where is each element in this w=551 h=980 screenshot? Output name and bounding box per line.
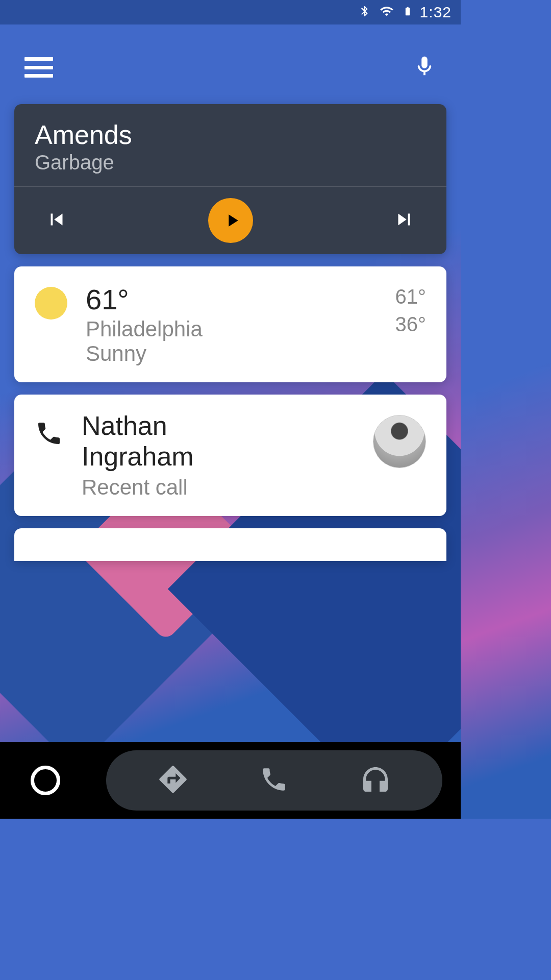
bluetooth-icon (359, 3, 371, 22)
menu-button[interactable] (24, 57, 53, 78)
previous-button[interactable] (45, 208, 68, 233)
media-artist: Garbage (35, 151, 426, 174)
contact-avatar (373, 415, 426, 468)
weather-low: 36° (395, 310, 427, 338)
call-main: Nathan Ingraham Recent call (82, 411, 355, 500)
recent-call-card[interactable]: Nathan Ingraham Recent call (14, 395, 446, 516)
call-label: Recent call (82, 475, 355, 500)
weather-location: Philadelphia (86, 317, 377, 341)
battery-icon (403, 3, 413, 21)
nav-phone-button[interactable] (259, 765, 289, 796)
nav-pill (106, 750, 442, 811)
voice-button[interactable] (413, 51, 436, 84)
wifi-icon (378, 4, 395, 20)
next-button[interactable] (392, 208, 416, 233)
app-header (0, 24, 461, 104)
phone-icon (35, 419, 63, 450)
media-card[interactable]: Amends Garbage (14, 104, 446, 254)
nav-music-button[interactable] (359, 763, 392, 798)
clock-time: 1:32 (420, 4, 452, 21)
sun-icon (35, 287, 67, 320)
home-button[interactable] (31, 766, 60, 795)
nav-navigation-button[interactable] (157, 763, 189, 798)
status-bar: 1:32 (0, 0, 461, 24)
weather-main: 61° Philadelphia Sunny (86, 283, 377, 366)
media-title: Amends (35, 119, 426, 150)
weather-high: 61° (395, 283, 427, 310)
media-info: Amends Garbage (14, 104, 446, 187)
weather-range: 61° 36° (395, 283, 427, 338)
weather-condition: Sunny (86, 341, 377, 366)
weather-card[interactable]: 61° Philadelphia Sunny 61° 36° (14, 266, 446, 382)
partial-card[interactable] (14, 528, 446, 561)
play-button[interactable] (208, 198, 253, 243)
media-controls (14, 187, 446, 254)
call-name-line1: Nathan (82, 411, 355, 442)
cards-container: Amends Garbage 61° Philadelphia Sunny 61… (0, 104, 461, 561)
weather-temp: 61° (86, 283, 377, 316)
call-name-line2: Ingraham (82, 442, 355, 472)
bottom-nav (0, 742, 461, 819)
